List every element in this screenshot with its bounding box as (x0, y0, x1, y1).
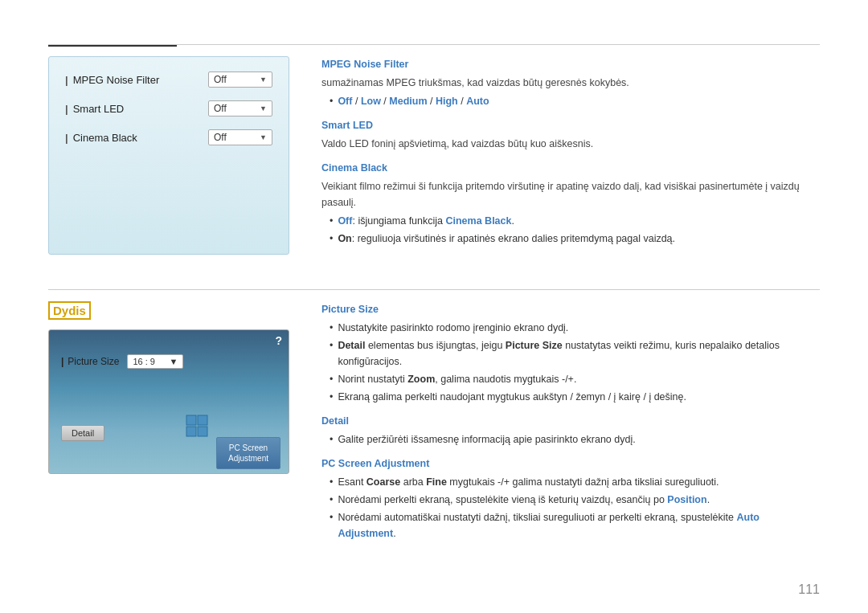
smartled-select[interactable]: Off ▼ (208, 100, 272, 116)
ps-bullet-4: Ekraną galima perkelti naudojant mygtuku… (330, 389, 820, 405)
upper-section: MPEG Noise Filter Off ▼ Smart LED Off ▼ … (48, 56, 820, 255)
detail-title: Detail (321, 413, 820, 429)
smartled-text: Valdo LED foninį apšvietimą, kad vaizdas… (321, 136, 820, 152)
mpeg-option-high: High (436, 96, 458, 107)
detail-button[interactable]: Detail (61, 425, 104, 441)
cinema-on-label: On (338, 233, 351, 244)
pc-screen-line1: PC Screen (223, 443, 273, 453)
mpeg-title: MPEG Noise Filter (321, 56, 820, 72)
desc-mpeg: MPEG Noise Filter sumažinamas MPEG triuk… (321, 56, 820, 109)
pc-screen-line2: Adjustment (223, 453, 273, 464)
settings-box: MPEG Noise Filter Off ▼ Smart LED Off ▼ … (48, 56, 289, 255)
mpeg-option-low: Low (361, 96, 381, 107)
mpeg-label: MPEG Noise Filter (65, 74, 208, 86)
svg-rect-0 (186, 415, 196, 425)
mpeg-select[interactable]: Off ▼ (208, 72, 272, 88)
svg-rect-2 (186, 427, 196, 436)
desc-pc-screen: PC Screen Adjustment Esant Coarse arba F… (321, 456, 820, 541)
cinema-bullet-1: Off: išjungiama funkcija Cinema Black. (330, 213, 820, 229)
question-mark-icon: ? (275, 334, 282, 347)
pc-bullet-3: Norėdami automatiškai nustatyti dažnį, t… (330, 509, 820, 541)
ps-bullet-3: Norint nustatyti Zoom, galima naudotis m… (330, 371, 820, 387)
mpeg-option-medium: Medium (389, 96, 427, 107)
mpeg-bullet-1: Off / Low / Medium / High / Auto (330, 93, 820, 109)
lower-description-panel: Picture Size Nustatykite pasirinkto rodo… (321, 301, 820, 550)
picture-size-select[interactable]: 16 : 9 ▼ (127, 354, 183, 369)
top-line (48, 44, 820, 45)
cinema-off-ref: Cinema Black (445, 215, 511, 227)
upper-description-panel: MPEG Noise Filter sumažinamas MPEG triuk… (321, 56, 820, 255)
picture-size-row: Picture Size 16 : 9 ▼ (61, 354, 276, 369)
smartled-title: Smart LED (321, 117, 820, 133)
section-divider (48, 289, 820, 290)
cinema-text: Veikiant filmo režimui ši funkcija prite… (321, 178, 820, 210)
desc-detail: Detail Galite peržiūrėti išsamesnę infor… (321, 413, 820, 447)
svg-rect-3 (198, 427, 207, 436)
pc-bullet-1: Esant Coarse arba Fine mygtukais -/+ gal… (330, 474, 820, 490)
desc-smartled: Smart LED Valdo LED foninį apšvietimą, k… (321, 117, 820, 152)
desc-picture-size: Picture Size Nustatykite pasirinkto rodo… (321, 301, 820, 405)
desc-cinema: Cinema Black Veikiant filmo režimui ši f… (321, 160, 820, 247)
dydis-title: Dydis (48, 301, 91, 320)
page-container: MPEG Noise Filter Off ▼ Smart LED Off ▼ … (0, 0, 868, 613)
mpeg-option-off: Off (338, 96, 352, 107)
picture-screen: ? Picture Size 16 : 9 ▼ (48, 329, 289, 474)
smartled-label: Smart LED (65, 103, 208, 115)
pc-bullet-2: Norėdami perkelti ekraną, spustelėkite v… (330, 492, 820, 508)
cinema-bullet-2: On: reguliuoja viršutinės ir apatinės ek… (330, 231, 820, 247)
grid-icon (186, 415, 208, 439)
detail-bullet-1: Galite peržiūrėti išsamesnę informaciją … (330, 431, 820, 447)
lower-section: Dydis ? Picture Size 16 : 9 ▼ (48, 301, 820, 550)
cinema-label: Cinema Black (65, 132, 208, 144)
mpeg-option-auto: Auto (466, 96, 489, 107)
picture-size-label: Picture Size (61, 356, 119, 367)
pc-screen-title: PC Screen Adjustment (321, 456, 820, 472)
picture-box: Dydis ? Picture Size 16 : 9 ▼ (48, 301, 289, 550)
svg-rect-1 (198, 415, 207, 425)
cinema-select[interactable]: Off ▼ (208, 129, 272, 145)
cinema-off-label: Off (338, 215, 352, 227)
picture-size-title: Picture Size (321, 301, 820, 317)
setting-row-mpeg: MPEG Noise Filter Off ▼ (65, 72, 272, 89)
page-number: 111 (798, 582, 820, 597)
ps-bullet-2: Detail elementas bus išjungtas, jeigu Pi… (330, 337, 820, 370)
setting-row-smartled: Smart LED Off ▼ (65, 100, 272, 118)
smartled-dropdown-arrow: ▼ (260, 104, 267, 112)
pc-screen-box: PC Screen Adjustment (216, 437, 280, 469)
setting-row-cinema: Cinema Black Off ▼ (65, 129, 272, 147)
cinema-dropdown-arrow: ▼ (260, 133, 267, 141)
ps-bullet-1: Nustatykite pasirinkto rodomo įrenginio … (330, 320, 820, 336)
mpeg-text: sumažinamas MPEG triukšmas, kad vaizdas … (321, 75, 820, 91)
cinema-title: Cinema Black (321, 160, 820, 176)
mpeg-dropdown-arrow: ▼ (260, 76, 267, 84)
picture-size-arrow: ▼ (170, 357, 178, 366)
